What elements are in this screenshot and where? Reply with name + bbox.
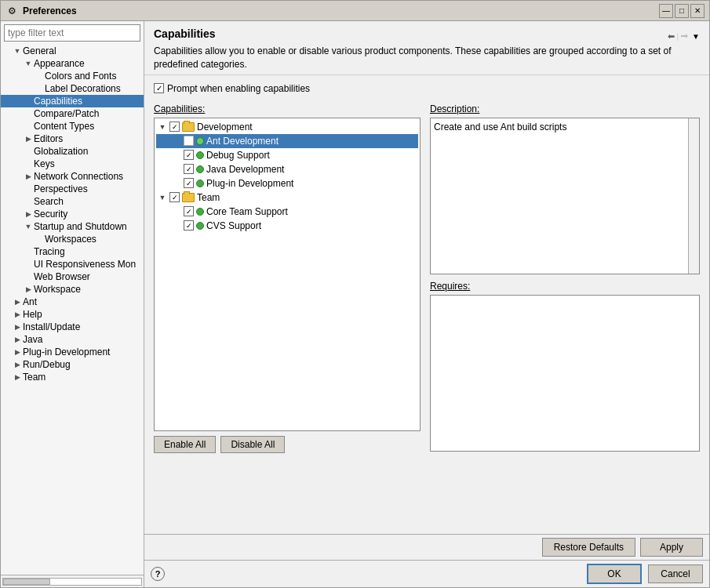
nav-forward-icon[interactable]: ⮕	[680, 31, 689, 41]
core-team-label: Core Team Support	[206, 206, 288, 217]
sidebar-item-startup-shutdown[interactable]: ▼ Startup and Shutdown	[1, 220, 144, 233]
core-team-checkbox[interactable]	[184, 206, 194, 216]
footer: ? OK Cancel	[144, 560, 709, 587]
sidebar-item-capabilities[interactable]: Capabilities	[1, 95, 144, 107]
caps-item-cvs[interactable]: CVS Support	[156, 219, 418, 233]
ant-dev-checkbox[interactable]	[184, 136, 194, 146]
caps-item-development[interactable]: ▼ Development	[156, 120, 418, 134]
sidebar-item-colors-fonts[interactable]: Colors and Fonts	[1, 70, 144, 82]
sidebar-item-label-decorations[interactable]: Label Decorations	[1, 82, 144, 95]
requires-section: Requires:	[430, 281, 700, 453]
prompt-checkbox[interactable]	[154, 83, 164, 93]
search-input[interactable]	[8, 27, 137, 38]
expand-icon: ▶	[12, 298, 23, 306]
sidebar-item-keys[interactable]: Keys	[1, 158, 144, 170]
sidebar-item-help[interactable]: ▶ Help	[1, 308, 144, 321]
team-checkbox[interactable]	[169, 192, 180, 202]
java-dev-label: Java Development	[206, 164, 284, 175]
sidebar-item-security[interactable]: ▶ Security	[1, 208, 144, 220]
disable-all-button[interactable]: Disable All	[220, 436, 285, 453]
requires-label: Requires:	[430, 281, 700, 292]
desc-scrollbar[interactable]	[688, 118, 699, 274]
search-box[interactable]	[4, 24, 140, 42]
capabilities-section: Capabilities: ▼ Development	[154, 103, 700, 453]
apply-button[interactable]: Apply	[640, 538, 703, 557]
bottom-bar: Restore Defaults Apply	[144, 534, 709, 560]
caps-item-ant-development[interactable]: Ant Development	[156, 134, 418, 148]
caps-right-panel: Description: Create and use Ant build sc…	[430, 103, 700, 453]
sidebar-item-ant[interactable]: ▶ Ant	[1, 296, 144, 308]
sidebar-item-plug-in-development[interactable]: ▶ Plug-in Development	[1, 346, 144, 358]
java-dev-checkbox[interactable]	[184, 164, 194, 174]
hscroll-bar[interactable]	[2, 578, 142, 586]
enable-all-button[interactable]: Enable All	[154, 436, 216, 453]
expand-icon: ▼	[23, 60, 34, 67]
cvs-checkbox[interactable]	[184, 220, 194, 230]
caps-item-plugin-development[interactable]: Plug-in Development	[156, 176, 418, 191]
debug-checkbox[interactable]	[184, 150, 194, 160]
close-button[interactable]: ✕	[690, 4, 705, 18]
expand-icon: ▶	[12, 336, 23, 343]
plugin-dev-checkbox[interactable]	[184, 178, 194, 188]
sidebar-item-web-browser[interactable]: Web Browser	[1, 270, 144, 283]
expand-icon: ▶	[23, 172, 34, 180]
cvs-label: CVS Support	[206, 220, 261, 231]
nav-back-icon[interactable]: ⬅	[668, 31, 675, 42]
expand-icon: ▼	[23, 223, 34, 230]
sidebar-item-tracing[interactable]: Tracing	[1, 245, 144, 258]
content-header: Capabilities ⬅ | ⮕ ▼ Capabilities allow …	[144, 21, 709, 75]
sidebar-item-workspaces[interactable]: Workspaces	[1, 233, 144, 245]
sidebar-item-general[interactable]: ▼ General	[1, 45, 144, 57]
development-checkbox[interactable]	[169, 122, 180, 132]
sidebar-item-ui-responsiveness[interactable]: UI Responsiveness Mon	[1, 258, 144, 270]
expand-icon: ▼	[12, 47, 23, 55]
sidebar-item-content-types[interactable]: Content Types	[1, 120, 144, 132]
page-title: Capabilities	[154, 27, 216, 40]
caps-tree[interactable]: ▼ Development Ant Development	[154, 118, 421, 431]
expand-icon: ▶	[12, 373, 23, 381]
folder-icon	[182, 122, 195, 132]
caps-item-debug-support[interactable]: Debug Support	[156, 148, 418, 162]
nav-dropdown-icon[interactable]: ▼	[692, 32, 700, 41]
dot-icon	[196, 165, 204, 173]
sidebar-item-globalization[interactable]: Globalization	[1, 145, 144, 158]
sidebar-item-compare-patch[interactable]: Compare/Patch	[1, 107, 144, 120]
help-button[interactable]: ?	[151, 567, 165, 581]
restore-defaults-button[interactable]: Restore Defaults	[542, 538, 635, 557]
sidebar-item-network-connections[interactable]: ▶ Network Connections	[1, 170, 144, 183]
caps-label: Capabilities:	[154, 103, 421, 114]
sidebar-item-editors[interactable]: ▶ Editors	[1, 132, 144, 145]
sidebar-item-perspectives[interactable]: Perspectives	[1, 183, 144, 195]
expand-icon: ▶	[23, 135, 34, 143]
sidebar-item-install-update[interactable]: ▶ Install/Update	[1, 321, 144, 333]
sidebar-item-run-debug[interactable]: ▶ Run/Debug	[1, 358, 144, 371]
expand-icon: ▶	[12, 348, 23, 356]
plugin-dev-label: Plug-in Development	[206, 178, 293, 189]
caps-item-core-team[interactable]: Core Team Support	[156, 205, 418, 219]
expand-icon: ▶	[12, 323, 23, 331]
nav-arrows: ⬅ | ⮕ ▼	[668, 31, 700, 42]
caps-item-java-development[interactable]: Java Development	[156, 162, 418, 176]
main-content: ▼ General ▼ Appearance Colors and Fonts …	[1, 21, 709, 587]
prompt-row: Prompt when enabling capabilities	[154, 83, 700, 94]
sidebar-item-java[interactable]: ▶ Java	[1, 333, 144, 346]
sidebar-item-team[interactable]: ▶ Team	[1, 371, 144, 383]
description-text: Create and use Ant build scripts	[434, 122, 566, 132]
minimize-button[interactable]: —	[659, 4, 673, 18]
sidebar-item-search[interactable]: Search	[1, 195, 144, 208]
sidebar-hscroll[interactable]	[1, 575, 144, 587]
hscroll-thumb[interactable]	[3, 579, 50, 585]
cancel-button[interactable]: Cancel	[648, 564, 703, 583]
caps-tree-panel: Capabilities: ▼ Development	[154, 103, 421, 453]
preferences-window: ⚙ Preferences — □ ✕ ▼ General ▼ A	[0, 0, 710, 588]
expand-icon: ▶	[23, 285, 34, 293]
app-icon: ⚙	[5, 5, 18, 17]
content-panel: Capabilities ⬅ | ⮕ ▼ Capabilities allow …	[144, 21, 709, 587]
sidebar-item-workspace[interactable]: ▶ Workspace	[1, 283, 144, 296]
maximize-button[interactable]: □	[675, 4, 689, 18]
sidebar-item-appearance[interactable]: ▼ Appearance	[1, 57, 144, 70]
debug-label: Debug Support	[206, 150, 270, 161]
prompt-label: Prompt when enabling capabilities	[167, 83, 310, 94]
ok-button[interactable]: OK	[587, 564, 642, 584]
caps-item-team[interactable]: ▼ Team	[156, 191, 418, 205]
